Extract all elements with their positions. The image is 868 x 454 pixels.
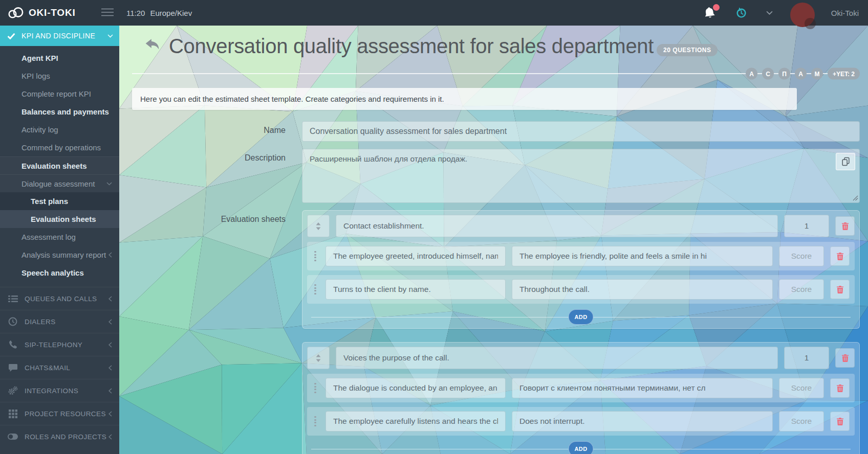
avatar[interactable] <box>790 3 815 27</box>
drag-dots-icon[interactable] <box>311 416 319 426</box>
app: OKI-TOKI 11:20 Europe/Kiev <box>0 0 868 454</box>
chevron-left-icon <box>108 319 112 325</box>
page-header: Conversation quality assessment for sale… <box>132 31 860 61</box>
sidebar-item-evaluation-sheets-sub[interactable]: Evaluation sheets <box>0 210 119 228</box>
sidebar-item-analysis-summary-report[interactable]: Analysis summary report <box>0 246 119 264</box>
criterion-hint-input[interactable] <box>512 246 773 266</box>
score-input[interactable] <box>779 411 824 432</box>
criterion-hint-input[interactable] <box>512 411 773 432</box>
sidebar-item-label: Speech analytics <box>21 268 84 277</box>
sidebar: KPI AND DISCIPLINE Agent KPI KPI logs Co… <box>0 26 119 454</box>
chevron-left-icon <box>108 388 112 394</box>
resize-handle-icon[interactable] <box>853 195 858 201</box>
user-badge[interactable]: А <box>795 68 807 80</box>
menu-icon[interactable] <box>99 6 116 20</box>
sidebar-item-test-plans[interactable]: Test plans <box>0 192 119 210</box>
add-row: ADD <box>307 309 855 325</box>
sidebar-item-label: Dialogue assessment <box>21 179 95 188</box>
evaluation-group: ADD <box>302 342 860 454</box>
criterion-question-input[interactable] <box>326 378 506 398</box>
questions-count-badge: 20 QUESTIONS <box>657 44 718 56</box>
sidebar-item-speech-analytics[interactable]: Speech analytics <box>0 264 119 282</box>
add-criterion-button[interactable]: ADD <box>568 309 593 325</box>
history-button[interactable] <box>734 6 749 20</box>
toggle-icon <box>7 434 18 440</box>
trash-icon <box>836 417 844 425</box>
sidebar-item-sip-telephony[interactable]: SIP-TELEPHONY <box>0 333 119 356</box>
sidebar-item-roles-and-projects[interactable]: ROLES AND PROJECTS <box>0 425 119 448</box>
topbar: OKI-TOKI 11:20 Europe/Kiev <box>0 0 868 26</box>
delete-criterion-button[interactable] <box>830 378 850 398</box>
sidebar-item-commed-by-operations[interactable]: Commed by operations <box>0 139 119 156</box>
list-icon <box>7 295 18 303</box>
back-button[interactable] <box>141 38 165 54</box>
copy-icon <box>841 157 850 166</box>
criterion-question-input[interactable] <box>326 246 506 266</box>
user-badge[interactable]: П <box>778 68 790 80</box>
check-icon <box>7 33 15 39</box>
category-name-input[interactable] <box>336 347 778 369</box>
add-row: ADD <box>307 441 855 454</box>
criterion-hint-input[interactable] <box>512 378 773 398</box>
add-criterion-button[interactable]: ADD <box>568 441 593 454</box>
clock-icon <box>7 317 18 326</box>
logo[interactable]: OKI-TOKI <box>0 6 119 20</box>
trash-icon <box>841 222 849 230</box>
sidebar-item-kpi-logs[interactable]: KPI logs <box>0 67 119 85</box>
sidebar-item-dialers[interactable]: DIALERS <box>0 310 119 333</box>
criterion-hint-input[interactable] <box>512 279 773 300</box>
sidebar-item-complete-report-kpi[interactable]: Complete report KPI <box>0 85 119 103</box>
description-label: Description <box>132 149 286 163</box>
chevron-down-icon <box>106 182 112 186</box>
score-input[interactable] <box>779 279 824 300</box>
chevron-down-icon <box>766 11 773 15</box>
more-users-badge[interactable]: +YET: 2 <box>828 68 860 80</box>
sort-arrows-icon <box>315 354 322 362</box>
name-input[interactable] <box>302 121 860 142</box>
score-input[interactable] <box>779 246 824 266</box>
sidebar-item-assessment-log[interactable]: Assessment log <box>0 228 119 246</box>
account-name[interactable]: Oki-Toki <box>831 9 859 17</box>
sidebar-item-chats-mail[interactable]: CHATS&MAIL <box>0 356 119 379</box>
delete-category-button[interactable] <box>835 216 855 236</box>
trash-icon <box>836 384 844 392</box>
delete-criterion-button[interactable] <box>830 246 850 266</box>
sidebar-item-dialogue-assessment[interactable]: Dialogue assessment <box>0 174 119 192</box>
criterion-question-input[interactable] <box>326 411 506 432</box>
drag-dots-icon[interactable] <box>311 251 319 261</box>
drag-handle-button[interactable] <box>307 347 330 369</box>
sidebar-item-kpi-and-discipline[interactable]: KPI AND DISCIPLINE <box>0 26 119 46</box>
drag-handle-button[interactable] <box>307 215 330 237</box>
sidebar-item-project-resources[interactable]: PROJECT RESOURCES <box>0 402 119 425</box>
sidebar-item-label: KPI AND DISCIPLINE <box>21 32 95 40</box>
category-name-input[interactable] <box>336 215 778 237</box>
sidebar-item-evaluation-sheets[interactable]: Evaluation sheets <box>0 156 119 174</box>
delete-category-button[interactable] <box>835 348 855 368</box>
sidebar-item-integrations[interactable]: INTEGRATIONS <box>0 379 119 402</box>
score-input[interactable] <box>779 378 824 398</box>
chevron-left-icon <box>108 365 112 371</box>
drag-dots-icon[interactable] <box>311 383 319 393</box>
sidebar-item-activity-log[interactable]: Activity log <box>0 121 119 139</box>
sidebar-item-agent-kpi[interactable]: Agent KPI <box>0 49 119 67</box>
trash-icon <box>836 285 844 293</box>
category-weight-input[interactable] <box>784 347 829 369</box>
criterion-row <box>307 275 855 304</box>
page-title: Conversation quality assessment for sale… <box>169 35 654 58</box>
drag-dots-icon[interactable] <box>311 284 319 294</box>
sidebar-item-queues-and-calls[interactable]: QUEUES AND CALLS <box>0 287 119 310</box>
info-alert: Here you can edit the estimated sheet te… <box>132 88 797 110</box>
copy-button[interactable] <box>836 153 855 170</box>
account-menu-chevron[interactable] <box>765 10 774 16</box>
delete-criterion-button[interactable] <box>830 412 850 431</box>
description-textarea[interactable]: Расширенный шаблон для отдела продаж. <box>302 149 860 203</box>
clock: 11:20 Europe/Kiev <box>126 9 192 17</box>
user-badge[interactable]: С <box>762 68 774 80</box>
notifications-button[interactable] <box>702 5 718 21</box>
sidebar-item-balances-and-payments[interactable]: Balances and payments <box>0 103 119 121</box>
user-badge[interactable]: М <box>811 68 823 80</box>
criterion-question-input[interactable] <box>326 279 506 300</box>
user-badge[interactable]: А <box>746 68 757 80</box>
delete-criterion-button[interactable] <box>830 280 850 299</box>
category-weight-input[interactable] <box>784 215 829 237</box>
